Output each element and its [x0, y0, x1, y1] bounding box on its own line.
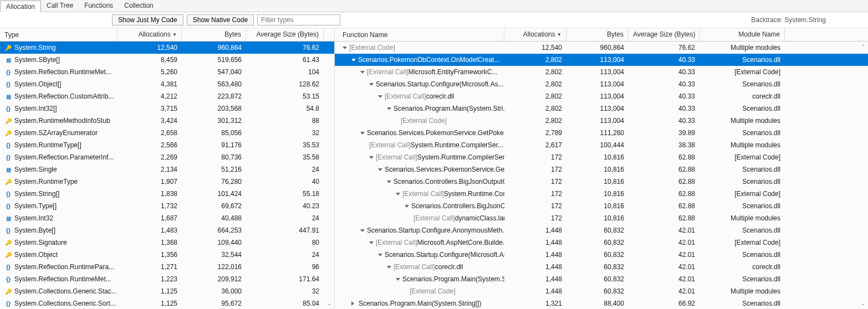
expand-collapse-icon[interactable]: [360, 229, 365, 232]
function-name: [External Code]: [410, 287, 456, 295]
cell-allocations: 2,789: [504, 129, 566, 137]
table-row[interactable]: {}System.RuntimeType[]2,56691,17635.53: [0, 139, 334, 151]
type-name: System.Byte[]: [14, 226, 55, 234]
table-row[interactable]: 🔑System.Object1,35632,54424: [0, 249, 334, 261]
class-icon: 🔑: [4, 44, 12, 51]
table-row[interactable]: {}System.Reflection.ParameterInf...2,269…: [0, 151, 334, 163]
tree-row[interactable]: Scenarios.Controllers.BigJsonOutp...1721…: [335, 200, 868, 212]
cell-allocations: 5,260: [118, 68, 182, 76]
tree-row[interactable]: Scenarios.Startup.Configure(Microsoft.As…: [335, 249, 868, 261]
cell-avg: 35.58: [246, 153, 324, 161]
table-row[interactable]: ▦System.Reflection.CustomAttrib...4,2122…: [0, 90, 334, 102]
col-type[interactable]: Type: [0, 28, 118, 41]
tree-row[interactable]: [External Call] coreclr.dll1,44860,83242…: [335, 261, 868, 273]
col-bytes[interactable]: Bytes: [182, 28, 246, 41]
expand-collapse-icon[interactable]: [387, 266, 391, 269]
tree-row[interactable]: Scenarios.Services.PokemonService.GetPok…: [335, 127, 868, 139]
tree-row[interactable]: [External Call] coreclr.dll2,802113,0044…: [335, 90, 868, 102]
table-row[interactable]: {}System.Collections.Generic.Sort...1,12…: [0, 297, 334, 308]
table-row[interactable]: 🔑System.RuntimeMethodInfoStub3,424301,31…: [0, 115, 334, 127]
expand-collapse-icon[interactable]: [351, 59, 356, 61]
expand-collapse-icon[interactable]: [378, 95, 382, 98]
tree-row[interactable]: Scenarios.Program.Main(System.Stri...2,8…: [335, 102, 868, 115]
expand-collapse-icon[interactable]: [387, 181, 391, 183]
type-name: System.Int32: [14, 214, 53, 222]
cell-avg: 42.01: [629, 287, 699, 295]
tree-row[interactable]: Scenarios.Startup.Configure.AnonymousMet…: [335, 224, 868, 236]
table-row[interactable]: {}System.Int32[]3,715203,56854.8: [0, 102, 334, 115]
types-grid[interactable]: 🔑System.String12,540960,86476.62▦System.…: [0, 42, 334, 308]
col-bytes-bt[interactable]: Bytes: [566, 28, 629, 41]
expand-collapse-icon[interactable]: [343, 47, 347, 49]
array-icon: {}: [4, 153, 12, 161]
cell-allocations: 1,125: [118, 300, 182, 307]
table-row[interactable]: 🔑System.String12,540960,86476.62: [0, 42, 334, 54]
function-name: Scenarios.Controllers.BigJsonOutp...: [411, 202, 504, 210]
tree-row[interactable]: [External Call] System.Runtime.Com...172…: [335, 188, 868, 200]
tab-functions[interactable]: Functions: [79, 0, 119, 12]
show-just-my-code-button[interactable]: Show Just My Code: [112, 14, 183, 25]
col-avg-size[interactable]: Average Size (Bytes): [246, 28, 324, 41]
cell-allocations: 1,125: [118, 287, 182, 295]
tree-row[interactable]: [External Call] dynamicClass.lam...17210…: [335, 212, 868, 224]
table-row[interactable]: {}System.Byte[]1,483664,253447.91: [0, 224, 334, 236]
col-avg-size-bt[interactable]: Average Size (Bytes): [629, 28, 699, 41]
table-row[interactable]: {}System.Type[]1,73269,67240.23: [0, 200, 334, 212]
tree-row[interactable]: [External Call] Microsoft.EntityFramewor…: [335, 66, 868, 78]
table-row[interactable]: ▦System.Int321,68740,48824: [0, 212, 334, 224]
tree-row[interactable]: [External Code]12,540960,86476.62Multipl…: [335, 42, 868, 54]
tree-row[interactable]: [External Code]2,802113,00440.33Multiple…: [335, 115, 868, 127]
tree-row[interactable]: Scenarios.Controllers.BigJsonOutputC...1…: [335, 176, 868, 188]
tree-row[interactable]: Scenarios.Startup.Configure(Microsoft.As…: [335, 78, 868, 90]
table-row[interactable]: {}System.String[]1,838101,42455.18: [0, 188, 334, 200]
expand-collapse-icon[interactable]: [369, 83, 374, 86]
table-row[interactable]: 🔑System.Signature1,368109,44080: [0, 236, 334, 249]
expand-collapse-icon[interactable]: [360, 71, 365, 74]
table-row[interactable]: {}System.Reflection.RuntimeMet...1,22320…: [0, 273, 334, 285]
tree-row[interactable]: [External Call] Microsoft.AspNetCore.Bui…: [335, 236, 868, 249]
tree-row[interactable]: Scenarios.PokemonDbContext.OnModelCreat.…: [335, 54, 868, 66]
tree-row[interactable]: [External Call] System.Runtime.CompilerS…: [335, 151, 868, 163]
function-name: Scenarios.PokemonDbContext.OnModelCreat.…: [358, 56, 499, 64]
col-allocations-bt[interactable]: Allocations ▼: [504, 28, 566, 41]
tree-row[interactable]: [External Call] System.Runtime.CompilerS…: [335, 139, 868, 151]
tree-row[interactable]: Scenarios.Program.Main(System.String[])1…: [335, 297, 868, 308]
expand-collapse-icon[interactable]: [396, 278, 400, 281]
expand-collapse-icon[interactable]: [351, 301, 356, 306]
cell-allocations: 2,802: [504, 68, 566, 76]
col-allocations[interactable]: Allocations ▼: [118, 28, 182, 41]
cell-module: Scenarios.dll: [699, 251, 785, 259]
expand-collapse-icon[interactable]: [405, 205, 409, 208]
col-module-name[interactable]: Module Name: [699, 28, 785, 41]
cell-allocations: 12,540: [504, 44, 566, 51]
tab-collection[interactable]: Collection: [119, 0, 159, 12]
table-row[interactable]: {}System.Reflection.RuntimeMet...5,26054…: [0, 66, 334, 78]
expand-collapse-icon[interactable]: [387, 107, 391, 110]
show-native-code-button[interactable]: Show Native Code: [187, 14, 254, 25]
tab-call-tree[interactable]: Call Tree: [41, 0, 79, 12]
expand-collapse-icon[interactable]: [360, 132, 365, 135]
expand-collapse-icon[interactable]: [378, 168, 382, 171]
expand-collapse-icon[interactable]: [369, 241, 374, 244]
expand-collapse-icon[interactable]: [369, 156, 374, 159]
col-function-name[interactable]: Function Name: [335, 28, 504, 41]
tree-row[interactable]: Scenarios.Program.Main(System.Stri...1,4…: [335, 273, 868, 285]
tree-row[interactable]: Scenarios.Services.PokemonService.GetP..…: [335, 163, 868, 176]
array-icon: {}: [4, 105, 12, 112]
filter-types-input[interactable]: [257, 14, 340, 25]
tree-row[interactable]: [External Code]1,44860,83242.01Multiple …: [335, 285, 868, 297]
table-row[interactable]: {}System.Reflection.RuntimePara...1,2711…: [0, 261, 334, 273]
table-row[interactable]: ▦System.Single2,13451,21624: [0, 163, 334, 176]
table-row[interactable]: 🔑System.SZArrayEnumerator2,65885,05632: [0, 127, 334, 139]
tab-allocation[interactable]: Allocation: [0, 1, 41, 12]
table-row[interactable]: 🔑System.RuntimeType1,90776,28040: [0, 176, 334, 188]
cell-avg: 40: [246, 178, 324, 186]
cell-allocations: 2,802: [504, 56, 566, 64]
struct-icon: ▦: [4, 166, 12, 173]
expand-collapse-icon[interactable]: [396, 193, 400, 195]
table-row[interactable]: {}System.Object[]4,381563,480128.62: [0, 78, 334, 90]
table-row[interactable]: ▦System.SByte[]8,459519,65661.43: [0, 54, 334, 66]
backtrace-tree[interactable]: [External Code]12,540960,86476.62Multipl…: [335, 42, 868, 308]
table-row[interactable]: 🔑System.Collections.Generic.Stac...1,125…: [0, 285, 334, 297]
expand-collapse-icon[interactable]: [378, 254, 382, 256]
